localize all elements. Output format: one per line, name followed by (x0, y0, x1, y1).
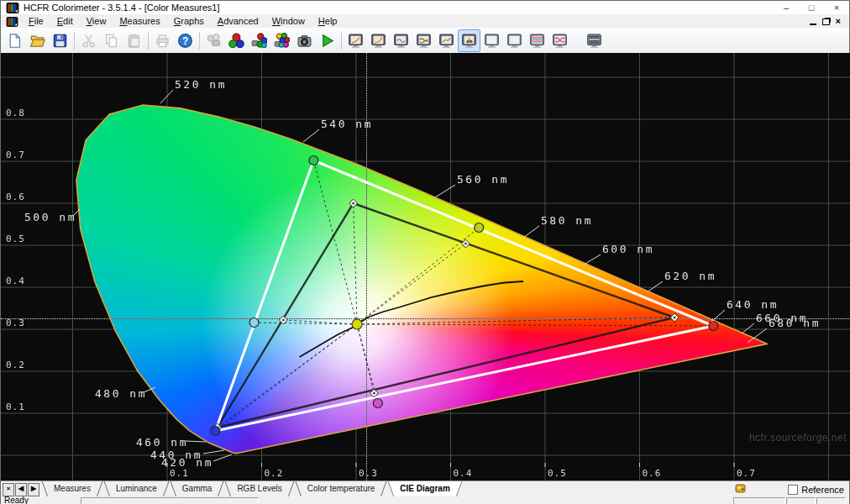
reference-gamut-triangle (215, 160, 713, 431)
cie-diagram-plot: 520 nm540 nm560 nm580 nm600 nm620 nm640 … (1, 53, 850, 480)
y-axis-tick-label: 0.8 (6, 108, 25, 118)
measure-primaries-button[interactable] (225, 29, 248, 52)
minimize-button[interactable]: – (774, 1, 799, 14)
wavelength-label: 600 nm (602, 243, 654, 255)
wavelength-label: 500 nm (24, 211, 76, 223)
view-cie-diagram-button[interactable] (458, 29, 480, 52)
wavelength-label: 540 nm (321, 118, 373, 130)
tab-cie-diagram[interactable]: CIE Diagram (387, 481, 462, 497)
menu-measures[interactable]: Measures (113, 16, 166, 26)
view-luminance-button[interactable] (344, 29, 367, 52)
y-axis-tick-label: 0.1 (6, 402, 25, 412)
title-bar: HCFR Colorimeter - 3.5.1.4 - [Color Meas… (1, 1, 849, 14)
view-free-measures-button[interactable] (503, 29, 526, 52)
tab-measures[interactable]: Measures (41, 481, 103, 497)
y-axis-tick-label: 0.4 (6, 276, 25, 286)
y-axis-tick-label: 0.3 (6, 318, 25, 328)
y-axis-tick-label: 0.2 (6, 360, 25, 370)
x-axis-tick-label: 0.7 (737, 468, 756, 479)
reference-yellow-marker (475, 223, 484, 233)
gamut-overlay (1, 53, 850, 480)
view-rgb-levels-button[interactable] (412, 29, 435, 52)
tab-gamma[interactable]: Gamma (170, 481, 225, 497)
save-file-button[interactable] (49, 29, 71, 52)
status-bar: Ready (1, 496, 849, 504)
view-color-temperature-button[interactable] (435, 29, 458, 52)
reference-checkbox-label: Reference (801, 485, 844, 495)
status-segment (733, 497, 785, 504)
x-axis-tick-label: 0.3 (359, 468, 378, 479)
y-axis-tick-label: 0.5 (6, 234, 25, 244)
measure-secondaries-button[interactable] (248, 29, 270, 52)
view-tab-bar: × ◀ ▶ MeasuresLuminanceGammaRGB LevelsCo… (1, 480, 849, 497)
tab-luminance[interactable]: Luminance (103, 481, 170, 497)
sensor-status-icon (735, 482, 746, 497)
reference-magenta-marker (373, 399, 382, 408)
toolbar-separator (199, 32, 200, 50)
tab-scroll-left-button[interactable]: ◀ (15, 483, 27, 496)
menu-edit[interactable]: Edit (50, 16, 80, 26)
reference-red-marker (709, 322, 718, 331)
new-document-button[interactable] (3, 29, 26, 52)
toolbar-separator (148, 32, 149, 50)
view-measures-grid-button[interactable] (480, 29, 503, 52)
toolbar-separator (74, 32, 75, 50)
toolbar: ? (1, 28, 849, 53)
menu-graphs[interactable]: Graphs (167, 16, 211, 26)
wavelength-label: 620 nm (664, 270, 716, 282)
y-axis-tick-label: 0.6 (6, 192, 25, 202)
tab-rgb-levels[interactable]: RGB Levels (224, 481, 294, 497)
menu-help[interactable]: Help (312, 16, 344, 26)
watermark: hcfr.sourceforge.net (749, 432, 847, 444)
wavelength-label: 640 nm (727, 298, 779, 311)
x-axis-tick-label: 0.6 (643, 468, 662, 479)
menu-advanced[interactable]: Advanced (211, 16, 265, 26)
mdi-restore-button[interactable] (822, 18, 830, 25)
y-axis-tick-label: 0.7 (6, 150, 25, 160)
status-segment (786, 497, 816, 504)
maximize-button[interactable]: □ (799, 1, 824, 14)
menu-file[interactable]: File (22, 16, 50, 26)
run-measures-button[interactable] (316, 29, 338, 52)
view-near-black-button[interactable] (390, 29, 412, 52)
mdi-close-button[interactable]: × (836, 18, 841, 25)
reference-blue-marker (211, 427, 220, 436)
wavelength-label: 680 nm (769, 317, 821, 329)
white-point-marker (352, 319, 362, 329)
x-axis-tick-label: 0.5 (548, 468, 567, 479)
help-about-button[interactable]: ? (174, 29, 197, 52)
measure-color-checker-button[interactable] (270, 29, 293, 52)
open-file-button[interactable] (26, 29, 49, 52)
view-grayscale-button[interactable] (548, 29, 571, 52)
wavelength-label: 560 nm (457, 173, 509, 186)
status-segment (81, 497, 259, 504)
menu-view[interactable]: View (80, 16, 113, 26)
app-icon (6, 3, 19, 13)
reference-green-marker (309, 156, 318, 165)
wavelength-label: 520 nm (175, 78, 227, 91)
svg-text:?: ? (182, 34, 188, 46)
wavelength-label: 580 nm (541, 214, 593, 227)
x-axis-tick-label: 0.4 (454, 468, 473, 479)
mdi-minimize-button[interactable] (810, 18, 816, 25)
close-button[interactable]: × (824, 1, 849, 14)
x-axis-tick-label: 0.1 (170, 468, 189, 479)
reference-checkbox[interactable] (788, 485, 798, 495)
app-window: HCFR Colorimeter - 3.5.1.4 - [Color Meas… (0, 0, 850, 504)
view-saturation-scale-button[interactable] (526, 29, 548, 52)
view-gamma-button[interactable] (367, 29, 390, 52)
copy-button[interactable] (100, 29, 123, 52)
blackbody-locus-curve (300, 281, 524, 357)
cut-button[interactable] (77, 29, 100, 52)
configure-sensor-button[interactable] (202, 29, 225, 52)
tab-color-temperature[interactable]: Color temperature (295, 481, 388, 497)
print-button[interactable] (151, 29, 174, 52)
tab-close-button[interactable]: × (3, 483, 14, 496)
paste-button[interactable] (123, 29, 145, 52)
toolbar-separator (341, 32, 342, 50)
capture-measure-button[interactable] (293, 29, 316, 52)
menu-window[interactable]: Window (265, 16, 312, 26)
wavelength-label: 480 nm (95, 387, 147, 400)
view-patterns-button[interactable] (583, 29, 606, 52)
tab-scroll-right-button[interactable]: ▶ (28, 483, 39, 496)
